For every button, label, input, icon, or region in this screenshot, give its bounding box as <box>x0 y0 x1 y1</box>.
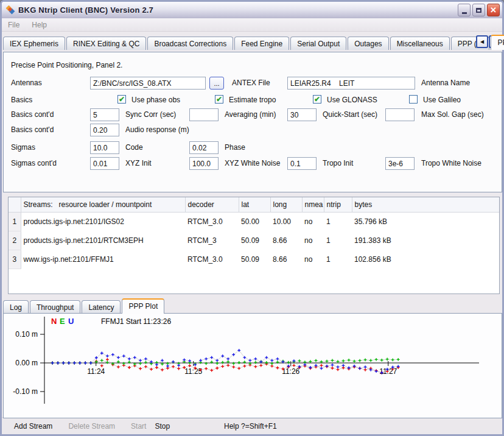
start-button[interactable]: Start <box>127 420 150 432</box>
browse-button[interactable]: ... <box>209 77 224 90</box>
tab-miscellaneous[interactable]: Miscellaneous <box>390 37 450 50</box>
quick-start-input[interactable] <box>287 108 317 121</box>
antex-file-input[interactable] <box>90 77 206 90</box>
sync-corr-input[interactable] <box>90 108 119 121</box>
row-basics-contd-2: Basics cont'd Audio response (m) <box>4 124 502 137</box>
sync-corr-label: Sync Corr (sec) <box>125 110 176 119</box>
menu-item-file[interactable]: File <box>2 19 26 30</box>
window-titlebar[interactable]: BKG Ntrip Client (BNC) Version 2.7 ✕ <box>2 2 502 18</box>
close-button[interactable]: ✕ <box>487 4 500 16</box>
quick-start-label: Quick-Start (sec) <box>323 110 377 119</box>
minimize-button[interactable] <box>458 4 471 16</box>
tab-broadcast-corrections[interactable]: Broadcast Corrections <box>147 37 233 50</box>
tropo-init-label: Tropo Init <box>323 159 353 167</box>
max-sol-gap-label: Max Sol. Gap (sec) <box>421 110 484 119</box>
tab-serial-output[interactable]: Serial Output <box>290 37 346 50</box>
header-bytes[interactable]: bytes <box>352 197 499 212</box>
sigma-code-label: Code <box>125 143 143 152</box>
stream-row-3[interactable]: 3 www.igs-ip.net:2101/FFMJ1 RTCM_3.0 50.… <box>9 250 499 269</box>
tab-feed-engine[interactable]: Feed Engine <box>234 37 289 50</box>
panel-caption: Precise Point Positioning, Panel 2. <box>11 61 122 69</box>
stream-row-1[interactable]: 1 products.igs-ip.net:2101/IGS02 RTCM_3.… <box>9 212 499 231</box>
streams-table: Streams: resource loader / mountpoint de… <box>8 197 500 294</box>
minimize-icon <box>462 12 467 14</box>
audio-response-label: Audio response (m) <box>125 125 189 134</box>
svg-text:FFMJ1 Start 11:23:26: FFMJ1 Start 11:23:26 <box>101 317 171 326</box>
sigma-phase-label: Phase <box>225 143 245 152</box>
svg-text:11:25: 11:25 <box>184 367 202 376</box>
header-lat[interactable]: lat <box>239 197 270 212</box>
cell-mountpoint: www.igs-ip.net:2101/FFMJ1 <box>21 250 185 269</box>
cell-ntrip: 1 <box>324 212 352 231</box>
header-mountpoint[interactable]: Streams: resource loader / mountpoint <box>21 197 185 212</box>
cell-ntrip: 1 <box>324 231 352 250</box>
sigma-phase-input[interactable] <box>189 141 219 154</box>
delete-stream-button[interactable]: Delete Stream <box>65 420 119 432</box>
stop-button[interactable]: Stop <box>151 420 173 432</box>
xyz-white-noise-input[interactable] <box>189 157 219 170</box>
row-sigmas-contd: Sigmas cont'd XYZ Init XYZ White Noise T… <box>4 157 502 171</box>
maximize-button[interactable] <box>472 4 485 16</box>
antenna-name-input[interactable] <box>287 77 415 90</box>
max-sol-gap-input[interactable] <box>385 108 415 121</box>
tab-rinex-editing-qc[interactable]: RINEX Editing & QC <box>66 37 146 50</box>
cell-long: 8.66 <box>270 250 302 269</box>
cell-decoder: RTCM_3 <box>185 231 239 250</box>
audio-response-input[interactable] <box>90 124 119 136</box>
row-number[interactable]: 3 <box>9 250 21 269</box>
xyz-white-noise-label: XYZ White Noise <box>225 159 280 167</box>
sigma-code-input[interactable] <box>90 141 119 154</box>
basics-label: Basics <box>11 96 32 104</box>
cell-lat: 50.00 <box>239 212 270 231</box>
tab-ppp-plot[interactable]: PPP Plot <box>122 298 164 314</box>
basics-contd-label: Basics cont'd <box>11 110 54 119</box>
header-long[interactable]: long <box>270 197 302 212</box>
tropo-init-input[interactable] <box>287 157 317 170</box>
cell-nmea: no <box>302 212 324 231</box>
header-nmea[interactable]: nmea <box>302 197 324 212</box>
svg-text:N: N <box>51 317 57 326</box>
cell-lat: 50.09 <box>239 250 270 269</box>
tropo-white-noise-label: Tropo White Noise <box>421 159 481 167</box>
menu-item-help[interactable]: Help <box>26 19 53 30</box>
help-shortcut-label: Help ?=Shift+F1 <box>224 422 277 431</box>
use-phase-obs-checkbox[interactable]: ✔ <box>117 95 126 104</box>
tab-latency[interactable]: Latency <box>82 300 121 314</box>
tab-throughput[interactable]: Throughput <box>30 300 80 314</box>
averaging-label: Averaging (min) <box>225 110 276 119</box>
header-decoder[interactable]: decoder <box>185 197 239 212</box>
averaging-input[interactable] <box>189 108 219 121</box>
cell-lat: 50.09 <box>239 231 270 250</box>
app-icon <box>5 5 15 15</box>
cell-ntrip: 1 <box>324 250 352 269</box>
row-number[interactable]: 2 <box>9 231 21 250</box>
use-galileo-checkbox[interactable] <box>409 95 418 104</box>
svg-text:-0.10 m: -0.10 m <box>13 387 38 396</box>
estimate-tropo-checkbox[interactable]: ✔ <box>215 95 223 104</box>
use-glonass-checkbox[interactable]: ✔ <box>313 95 321 104</box>
tab-rinex-ephemeris[interactable]: IEX Ephemeris <box>3 37 65 50</box>
xyz-init-input[interactable] <box>90 157 119 170</box>
cell-bytes: 35.796 kB <box>352 212 499 231</box>
cell-bytes: 102.856 kB <box>352 250 499 269</box>
window-title: BKG Ntrip Client (BNC) Version 2.7 <box>18 5 456 15</box>
row-number[interactable]: 1 <box>9 212 21 231</box>
tab-scroll-left-button[interactable]: ◀ <box>476 35 488 48</box>
tab-ppp-2[interactable]: PPP (2) <box>491 35 504 50</box>
tab-log[interactable]: Log <box>3 300 29 314</box>
row-antennas: Antennas ... ANTEX File Antenna Name <box>4 77 502 90</box>
row-sigmas: Sigmas Code Phase <box>4 141 502 155</box>
check-icon: ✔ <box>216 96 222 103</box>
add-stream-button[interactable]: Add Stream <box>10 420 56 432</box>
sigmas-label: Sigmas <box>11 143 35 152</box>
cell-bytes: 191.383 kB <box>352 231 499 250</box>
bottom-toolbar: Add Stream Delete Stream Start Stop Help… <box>2 417 502 434</box>
use-glonass-label: Use GLONASS <box>327 96 377 104</box>
tab-outages[interactable]: Outages <box>348 37 388 50</box>
stream-row-2[interactable]: 2 products.igs-ip.net:2101/RTCM3EPH RTCM… <box>9 231 499 250</box>
streams-header-row: Streams: resource loader / mountpoint de… <box>9 197 499 212</box>
maximize-icon <box>476 8 481 13</box>
menubar: File Help <box>2 18 502 32</box>
tropo-white-noise-input[interactable] <box>385 157 415 170</box>
header-ntrip[interactable]: ntrip <box>324 197 352 212</box>
